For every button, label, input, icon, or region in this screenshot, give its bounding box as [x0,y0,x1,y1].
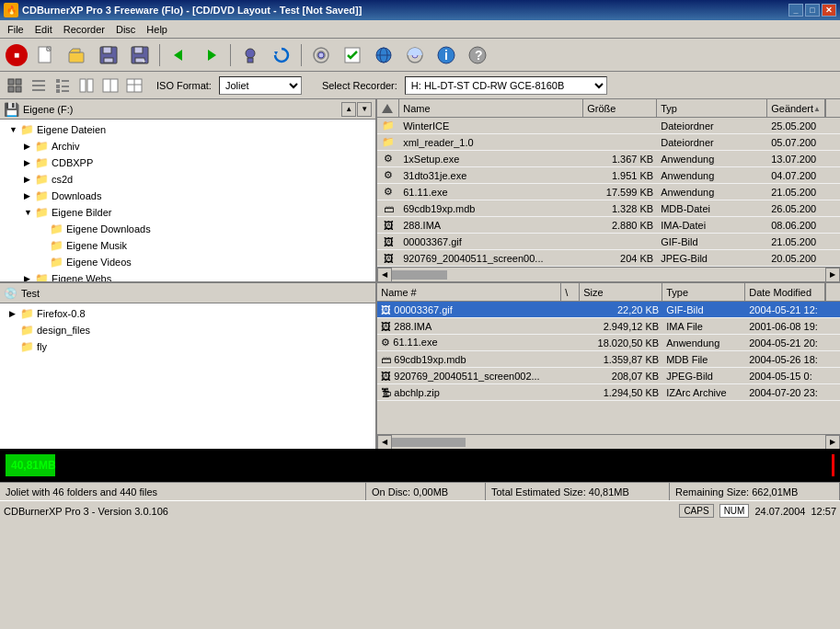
list-item[interactable]: ▶ 📁 Eigene Webs [2,270,374,281]
list-item[interactable]: ▼ 📁 Eigene Bilder [2,204,374,221]
list-item[interactable]: ▶ 📁 cs2d [2,171,374,188]
table-row[interactable]: 🖼 00003367.gif GIF-Bild 21.05.200 [377,234,840,250]
info-button[interactable]: i [432,41,461,69]
col-header-type[interactable]: Typ [657,99,767,118]
table-row[interactable]: 📁 xml_reader_1.0 Dateiordner 05.07.200 [377,134,840,151]
col-header-name[interactable]: Name [399,99,583,118]
iso-scroll-right-btn[interactable]: ▶ [825,435,840,450]
table-row[interactable]: 📁 WinterICE Dateiordner 25.05.200 [377,118,840,134]
list-item[interactable]: ▶ 📁 Archiv [2,138,374,154]
menu-edit[interactable]: Edit [29,22,58,37]
table-row[interactable]: 🖼 288.IMA 2.880 KB IMA-Datei 08.06.200 [377,217,840,234]
iso-col-size[interactable]: Size [580,283,662,302]
stop-button[interactable]: ■ [4,42,29,68]
table-row[interactable]: 🖼 00003367.gif 22,20 KB GIF-Bild 2004-05… [377,302,840,318]
table-row[interactable]: ⚙ 1xSetup.exe 1.367 KB Anwendung 13.07.2… [377,151,840,167]
list-item[interactable]: ▶ 📁 Firefox-0.8 [2,305,374,322]
view-btn-4[interactable] [75,74,98,97]
tree-down-btn[interactable]: ▼ [357,102,372,117]
refresh-button[interactable] [267,41,296,69]
tree-item-label: Eigene Webs [52,273,111,281]
view-btn-6[interactable] [123,74,145,97]
globe-button[interactable] [369,41,398,69]
list-item[interactable]: ▼ 📁 Eigene Dateien [2,121,374,138]
table-row[interactable]: 🖼 920769_20040511_screen00... 204 KB JPE… [377,250,840,267]
table-row[interactable]: ⚙ 61.11.exe 18.020,50 KB Anwendung 2004-… [377,335,840,351]
col-header-size[interactable]: Größe [583,99,657,118]
burn-button[interactable] [306,41,336,69]
table-row[interactable]: ⚙ 61.11.exe 17.599 KB Anwendung 21.05.20… [377,184,840,200]
tree-item-label: Archiv [52,141,80,152]
toolbar-separator-3 [301,44,302,66]
menu-file[interactable]: File [2,22,29,37]
filesystem-file-list: Name Größe Typ Geändert ▲ 📁 WinterICE Da… [377,99,840,283]
view-btn-1[interactable] [4,74,26,97]
recorder-label: Select Recorder: [322,80,397,91]
recorder-select[interactable]: H: HL-DT-ST CD-RW GCE-8160B [405,76,607,95]
view-btn-5[interactable] [99,74,121,97]
iso-file-size: 1.359,87 KB [580,354,662,365]
list-item[interactable]: ▶ 📁 CDBXPP [2,154,374,171]
file-name-cell: 00003367.gif [399,236,583,247]
iso-scroll-left-btn[interactable]: ◀ [377,435,392,450]
file-icon-cell: 📁 [377,120,399,132]
menu-disc[interactable]: Disc [110,22,141,37]
tree-up-btn[interactable]: ▲ [341,102,356,117]
folder-icon: 📁 [35,206,49,219]
expand-icon: ▶ [24,191,35,200]
table-row[interactable]: 🗃 69cdb19xp.mdb 1.328 KB MDB-Datei 26.05… [377,200,840,217]
col-header-modified[interactable]: Geändert ▲ [767,99,825,118]
expand-icon: ▼ [9,125,20,134]
view-btn-2[interactable] [28,74,50,97]
new-button[interactable] [31,41,61,69]
file-modified-cell: 13.07.200 [767,154,840,165]
iso-file-modified: 2004-05-26 18: [745,354,840,365]
properties-button[interactable] [236,41,265,69]
iso-col-type[interactable]: Type [662,283,745,302]
iso-h-scrollbar[interactable]: ◀ ▶ [377,434,840,449]
iso-col-hash[interactable]: \ [561,283,580,302]
window-controls[interactable]: _ □ ✕ [788,4,836,17]
col-header-up[interactable] [377,99,399,118]
scroll-right-btn[interactable]: ▶ [825,268,840,282]
file-size-cell: 2.880 KB [583,220,657,231]
iso-file-scroll[interactable]: 🖼 00003367.gif 22,20 KB GIF-Bild 2004-05… [377,302,840,434]
file-modified-cell: 04.07.200 [767,170,840,181]
table-row[interactable]: 🖼 920769_20040511_screen002... 208,07 KB… [377,368,840,384]
view-btn-3[interactable] [52,74,74,97]
list-item[interactable]: 📁 Eigene Downloads [2,221,374,237]
list-item[interactable]: 📁 fly [2,338,374,355]
filesystem-tree-scroll[interactable]: ▼ 📁 Eigene Dateien ▶ 📁 Archiv ▶ 📁 CDBXPP… [0,120,375,281]
file-type-cell: Dateiordner [657,137,767,148]
filesystem-file-scroll[interactable]: 📁 WinterICE Dateiordner 25.05.200 📁 xml_… [377,118,840,267]
list-item[interactable]: ▶ 📁 Downloads [2,188,374,204]
table-row[interactable]: 🖼 288.IMA 2.949,12 KB IMA File 2001-06-0… [377,318,840,335]
list-item[interactable]: 📁 design_files [2,322,374,338]
table-row[interactable]: 🗜 abchlp.zip 1.294,50 KB IZArc Archive 2… [377,384,840,401]
table-row[interactable]: 🗃 69cdb19xp.mdb 1.359,87 KB MDB File 200… [377,351,840,368]
maximize-button[interactable]: □ [805,4,820,17]
file-type-cell: Dateiordner [657,120,767,132]
minimize-button[interactable]: _ [788,4,803,17]
iso-col-modified[interactable]: Date Modified [745,283,825,302]
iso-col-name[interactable]: Name # [377,283,561,302]
help-button[interactable]: ? [463,41,492,69]
scroll-left-btn[interactable]: ◀ [377,268,392,282]
check-button[interactable] [338,41,367,69]
forward-button[interactable] [196,41,225,69]
close-button[interactable]: ✕ [822,4,836,17]
table-row[interactable]: ⚙ 31dto31je.exe 1.951 KB Anwendung 04.07… [377,167,840,184]
save-button[interactable] [94,41,123,69]
cd-button[interactable] [400,41,430,69]
iso-tree-scroll[interactable]: ▶ 📁 Firefox-0.8 📁 design_files 📁 fly [0,303,375,449]
list-item[interactable]: 📁 Eigene Musik [2,237,374,254]
menu-help[interactable]: Help [141,22,173,37]
iso-format-select[interactable]: Joliet ISO 9660 UDF [219,76,302,95]
open-button[interactable] [63,41,92,69]
list-item[interactable]: 📁 Eigene Videos [2,254,374,270]
iso-file-size: 1.294,50 KB [580,387,662,398]
menu-recorder[interactable]: Recorder [58,22,110,37]
h-scrollbar[interactable]: ◀ ▶ [377,267,840,281]
back-button[interactable] [165,41,194,69]
save-as-button[interactable]: + [125,41,155,69]
